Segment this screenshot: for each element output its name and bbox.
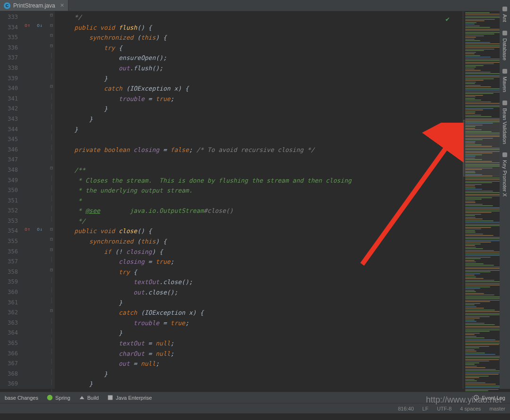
code-line[interactable]: catch (IOException x) { [60,308,458,318]
tool-label: Database [502,38,508,60]
status-item[interactable]: base Changes [5,395,38,401]
status-item[interactable]: Java Enterprise [107,395,152,401]
override-down-icon[interactable]: o↑ [25,23,29,27]
minimap-line [465,300,500,301]
minimap-line [465,195,501,196]
minimap-line [465,116,492,117]
minimap-line [465,214,481,215]
code-line[interactable]: } [60,114,458,125]
scrollbar-thumb[interactable] [449,130,453,151]
code-line[interactable]: * [60,196,458,206]
code-line[interactable]: out.flush(); [60,63,458,74]
code-area[interactable]: */ public void flush() { synchronized (t… [55,11,463,389]
code-line[interactable]: closing = true; [60,257,458,267]
tool-window-key-promoter-x[interactable]: Key Promoter X [501,149,509,200]
fold-toggle-icon[interactable]: ⊟ [49,165,54,170]
minimap-line [465,67,476,67]
code-line[interactable] [60,134,458,145]
fold-toggle-icon[interactable]: ⊟ [49,23,54,28]
code-line[interactable]: */ [60,12,458,23]
code-line[interactable]: } [60,328,458,338]
status-item[interactable]: Spring [47,395,70,401]
fold-toggle-icon[interactable]: ⊟ [49,12,54,17]
code-line[interactable]: out.close(); [60,287,458,298]
code-line[interactable]: } [60,379,458,389]
minimap-line [465,361,489,361]
file-encoding[interactable]: UTF-8 [437,406,451,412]
minimap-line [465,290,475,291]
code-line[interactable]: private boolean closing = false; /* To a… [60,145,458,155]
code-line[interactable]: /** [60,165,458,176]
minimap-line [465,333,480,334]
minimap-line [465,258,481,259]
fold-toggle-icon[interactable]: ⊟ [49,236,54,242]
fold-toggle-icon[interactable]: ⊟ [49,84,54,89]
code-line[interactable]: charOut = null; [60,349,458,359]
code-line[interactable]: synchronized (this) { [60,236,458,247]
code-line[interactable]: ensureOpen(); [60,53,458,63]
minimap-line [465,232,476,233]
minimap-line [465,25,480,26]
minimap-line [465,75,505,76]
status-item[interactable]: Build [79,395,99,401]
minimap-line [465,88,501,89]
git-branch[interactable]: master [489,406,505,412]
code-line[interactable]: trouble = true; [60,318,458,328]
minimap-line [465,49,494,50]
fold-toggle-icon[interactable]: ⊟ [49,308,54,313]
code-line[interactable]: if (! closing) { [60,247,458,257]
fold-toggle-icon[interactable]: ⊟ [49,247,54,252]
code-line[interactable]: * @see java.io.OutputStream#close() [60,206,458,216]
close-icon[interactable]: ✕ [58,2,64,8]
tool-window-database[interactable]: Database [501,27,509,63]
override-down-icon[interactable]: o↑ [25,227,29,231]
code-line[interactable]: try { [60,267,458,277]
code-line[interactable]: trouble = true; [60,94,458,104]
code-line[interactable]: * the underlying output stream. [60,185,458,196]
minimap-line [465,390,488,391]
fold-toggle-icon[interactable]: ⊟ [49,227,54,232]
tool-window-ant[interactable]: Ant [501,3,509,25]
fold-toggle-icon[interactable]: ⊟ [49,33,54,38]
line-number: 342 [0,104,18,114]
minimap-line [465,73,501,74]
code-line[interactable]: } [60,298,458,308]
code-line[interactable]: } [60,125,458,135]
minimap-line [465,343,505,344]
cursor-position[interactable]: 816:40 [398,406,414,412]
code-line[interactable]: */ [60,216,458,227]
code-line[interactable]: } [60,104,458,114]
implements-down-icon[interactable]: o↓ [37,227,42,231]
code-line[interactable]: textOut.close(); [60,277,458,287]
minimap-line [465,212,492,213]
line-number: 348 [0,165,18,176]
fold-toggle-icon[interactable]: ⊟ [49,43,54,48]
code-line[interactable]: public void flush() { [60,23,458,33]
inspection-ok-icon[interactable]: ✔ [446,15,450,23]
minimap-line [465,288,480,289]
code-line[interactable]: try { [60,43,458,53]
code-line[interactable]: } [60,369,458,379]
minimap-line [465,80,484,81]
line-number: 356 [0,247,18,257]
minimap-line [465,228,481,229]
code-line[interactable]: textOut = null; [60,338,458,349]
code-line[interactable]: catch (IOException x) { [60,84,458,94]
fold-toggle-icon[interactable]: ⊟ [49,267,54,272]
code-line[interactable]: * Closes the stream. This is done by flu… [60,176,458,186]
file-tab[interactable]: C PrintStream.java ✕ [0,0,68,11]
minimap-line [465,115,481,116]
code-line[interactable]: public void close() { [60,226,458,236]
line-separator[interactable]: LF [422,406,428,412]
code-line[interactable] [60,155,458,165]
indent-setting[interactable]: 4 spaces [460,406,481,412]
code-line[interactable]: out = null; [60,359,458,369]
code-line[interactable]: synchronized (this) { [60,33,458,43]
minimap-line [465,181,502,182]
tool-window-bean-validation[interactable]: Bean Validation [501,97,509,147]
code-line[interactable]: } [60,74,458,84]
tool-window-maven[interactable]: Maven [501,65,509,95]
implements-down-icon[interactable]: o↓ [37,23,42,27]
minimap-line [465,238,505,239]
minimap-line [465,35,484,36]
